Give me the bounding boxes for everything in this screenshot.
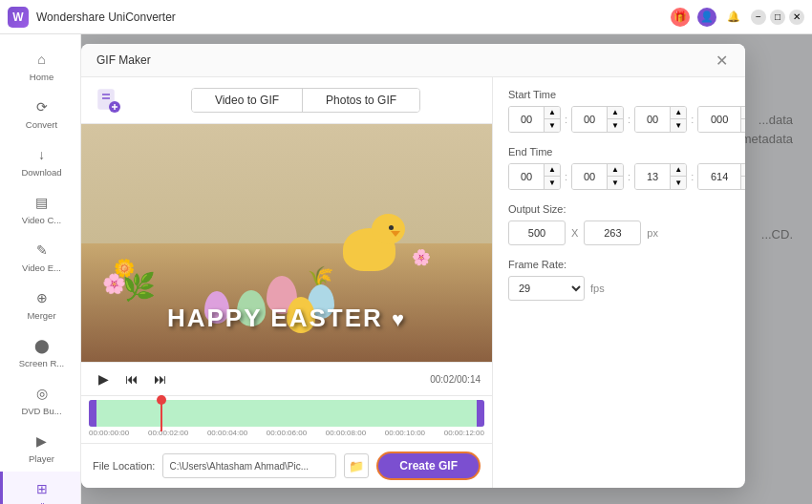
sidebar-item-download[interactable]: ↓ Download <box>0 137 80 185</box>
end-time-row: ▲ ▼ : ▲ ▼ <box>508 163 745 190</box>
play-button[interactable]: ▶ <box>93 368 114 389</box>
close-button[interactable]: ✕ <box>789 10 804 25</box>
end-ms-down[interactable]: ▼ <box>741 177 745 189</box>
modal-close-button[interactable]: ✕ <box>713 52 730 69</box>
titlebar: W Wondershare UniConverter 🎁 👤 🔔 − □ ✕ <box>0 0 812 34</box>
timeline-handle-left[interactable] <box>89 400 96 427</box>
modal-footer: File Location: 📁 Create GIF <box>81 443 492 488</box>
end-time-label: End Time <box>508 146 745 158</box>
start-time-group: Start Time ▲ ▼ : <box>508 89 745 133</box>
start-hour-spinner: ▲ ▼ <box>508 106 561 133</box>
start-ms-arrows: ▲ ▼ <box>740 107 745 132</box>
chick-head <box>372 214 405 244</box>
start-sec-input[interactable] <box>635 107 670 132</box>
video-compress-icon: ▤ <box>32 193 52 212</box>
end-min-up[interactable]: ▲ <box>608 164 623 177</box>
flower-2: 🌼 <box>114 258 135 279</box>
start-hour-down[interactable]: ▼ <box>545 119 560 132</box>
end-ms-up[interactable]: ▲ <box>741 164 745 177</box>
add-file-button[interactable] <box>93 85 123 116</box>
timeline-playhead[interactable] <box>160 395 162 431</box>
fps-row: 24 25 29 30 60 fps <box>508 276 745 301</box>
create-gif-button[interactable]: Create GIF <box>376 452 481 480</box>
maximize-button[interactable]: □ <box>770 10 785 25</box>
folder-browse-button[interactable]: 📁 <box>344 453 369 478</box>
sidebar-label-download: Download <box>21 167 61 178</box>
logo-text: W <box>12 10 23 24</box>
minimize-button[interactable]: − <box>751 10 766 25</box>
timeline-timestamps: 00:00:00:00 00:00:02:00 00:00:04:00 00:0… <box>81 427 492 439</box>
tab-photos-to-gif[interactable]: Photos to GIF <box>303 89 419 112</box>
end-hour-down[interactable]: ▼ <box>545 177 560 189</box>
file-location-label: File Location: <box>93 460 155 472</box>
toolbox-icon: ⊞ <box>32 479 52 498</box>
sidebar-label-player: Player <box>29 453 54 464</box>
bell-icon[interactable]: 🔔 <box>724 8 743 27</box>
output-size-group: Output Size: X px <box>508 203 745 245</box>
start-sec-down[interactable]: ▼ <box>671 119 686 132</box>
sidebar-label-video-compress: Video C... <box>22 215 62 225</box>
modal-overlay: GIF Maker ✕ <box>81 34 812 504</box>
merger-icon: ⊕ <box>32 288 52 307</box>
easter-chick <box>343 209 410 271</box>
sidebar-item-video-compress[interactable]: ▤ Video C... <box>0 185 80 233</box>
sidebar-label-dvd: DVD Bu... <box>21 406 61 416</box>
sidebar-item-player[interactable]: ▶ Player <box>0 424 80 472</box>
app-logo: W <box>8 7 29 28</box>
end-ms-input[interactable] <box>698 164 740 189</box>
modal-right-panel: Start Time ▲ ▼ : <box>492 77 745 488</box>
prev-button[interactable]: ⏮ <box>121 368 142 389</box>
sidebar-item-toolbox[interactable]: ⊞ Toolbox <box>0 472 80 504</box>
chick-beak <box>391 231 400 237</box>
tab-video-to-gif[interactable]: Video to GIF <box>192 89 303 112</box>
sidebar-item-screen-rec[interactable]: ⬤ Screen R... <box>0 328 80 376</box>
video-preview: 🌿 🌾 🌸 🌼 🌸 <box>81 124 492 362</box>
titlebar-icons: 🎁 👤 🔔 <box>671 8 743 27</box>
sidebar-item-video-edit[interactable]: ✎ Video E... <box>0 233 80 281</box>
start-ms-input[interactable] <box>698 107 740 132</box>
fps-select[interactable]: 24 25 29 30 60 <box>508 276 585 301</box>
start-ms-up[interactable]: ▲ <box>741 107 745 119</box>
app-title: Wondershare UniConverter <box>36 10 671 24</box>
start-min-up[interactable]: ▲ <box>608 107 623 119</box>
end-sec-up[interactable]: ▲ <box>671 164 686 177</box>
frame-rate-group: Frame Rate: 24 25 29 30 60 fps <box>508 259 745 301</box>
window-controls: − □ ✕ <box>751 10 804 25</box>
end-hour-input[interactable] <box>509 164 544 189</box>
timeline-handle-right[interactable] <box>477 400 484 427</box>
end-hour-spinner: ▲ ▼ <box>508 163 561 190</box>
end-min-input[interactable] <box>572 164 607 189</box>
start-min-down[interactable]: ▼ <box>608 119 623 132</box>
start-min-input[interactable] <box>572 107 607 132</box>
user-icon[interactable]: 👤 <box>697 8 716 27</box>
tab-group: Video to GIF Photos to GIF <box>191 88 420 113</box>
sidebar-item-convert[interactable]: ⟳ Convert <box>0 90 80 137</box>
file-location-input[interactable] <box>162 453 336 478</box>
size-x-label: X <box>571 227 578 239</box>
sidebar-item-dvd[interactable]: ◎ DVD Bu... <box>0 376 80 424</box>
gift-icon[interactable]: 🎁 <box>671 8 690 27</box>
width-input[interactable] <box>508 220 566 245</box>
main-layout: ⌂ Home ⟳ Convert ↓ Download ▤ Video C...… <box>0 34 812 504</box>
video-controls: ▶ ⏮ ⏭ 00:02/00:14 <box>81 362 492 395</box>
height-input[interactable] <box>584 220 641 245</box>
heart-icon: ♥ <box>392 307 406 331</box>
next-button[interactable]: ⏭ <box>150 368 171 389</box>
end-sec-down[interactable]: ▼ <box>671 177 686 189</box>
end-sec-arrows: ▲ ▼ <box>670 164 686 189</box>
home-icon: ⌂ <box>32 50 52 69</box>
sidebar-item-home[interactable]: ⌂ Home <box>0 42 80 90</box>
start-sec-up[interactable]: ▲ <box>671 107 686 119</box>
end-hour-up[interactable]: ▲ <box>545 164 560 177</box>
time-display: 00:02/00:14 <box>430 374 481 385</box>
end-ms-arrows: ▲ ▼ <box>740 164 745 189</box>
end-sec-input[interactable] <box>635 164 670 189</box>
happy-easter-text: HAPPY EASTER ♥ <box>81 304 492 333</box>
timeline-bar[interactable] <box>89 400 484 427</box>
start-ms-down[interactable]: ▼ <box>741 119 745 132</box>
end-min-down[interactable]: ▼ <box>608 177 623 189</box>
start-hour-up[interactable]: ▲ <box>545 107 560 119</box>
start-hour-input[interactable] <box>509 107 544 132</box>
sidebar-item-merger[interactable]: ⊕ Merger <box>0 281 80 328</box>
sidebar: ⌂ Home ⟳ Convert ↓ Download ▤ Video C...… <box>0 34 81 504</box>
